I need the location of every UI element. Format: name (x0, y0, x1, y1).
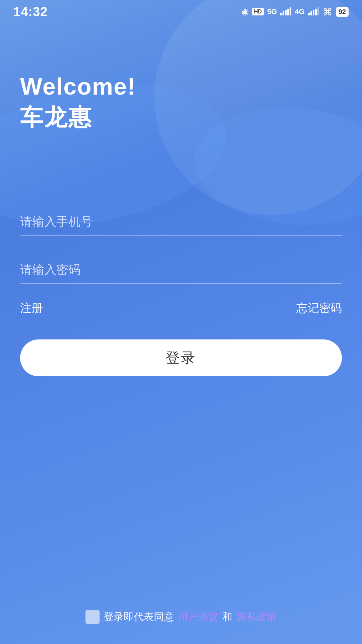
agreement-area: 登录即代表同意 用户协议 和 隐私政策 (0, 610, 362, 624)
agreement-prefix: 登录即代表同意 (104, 610, 174, 624)
hd-badge: HD (252, 8, 264, 15)
wifi-icon: ⌘ (322, 6, 333, 18)
phone-group (20, 208, 342, 236)
4g-label: 4G (295, 7, 304, 16)
phone-input[interactable] (20, 208, 342, 236)
password-group (20, 256, 342, 284)
eye-icon: ◉ (242, 7, 249, 16)
register-link[interactable]: 注册 (20, 301, 43, 316)
status-time: 14:32 (13, 5, 48, 19)
user-agreement-link[interactable]: 用户协议 (178, 610, 218, 624)
welcome-section: Welcome! 车龙惠 (20, 74, 136, 133)
agreement-and: 和 (222, 610, 232, 624)
password-input[interactable] (20, 256, 342, 284)
welcome-greeting: Welcome! (20, 74, 136, 100)
signal-bars-2 (308, 8, 319, 15)
forgot-password-link[interactable]: 忘记密码 (296, 301, 342, 316)
status-icons: ◉ HD 5G 4G ⌘ (242, 6, 349, 18)
options-row: 注册 忘记密码 (20, 301, 342, 316)
battery-indicator: 92 (336, 7, 349, 17)
agreement-checkbox[interactable] (85, 610, 100, 624)
login-button[interactable]: 登录 (20, 339, 342, 376)
signal-bars-1 (280, 8, 291, 15)
app-name: 车龙惠 (20, 102, 136, 133)
login-screen: 14:32 ◉ HD 5G 4G (0, 0, 362, 644)
form-section: 注册 忘记密码 登录 (20, 208, 342, 376)
5g-label: 5G (267, 7, 277, 16)
privacy-policy-link[interactable]: 隐私政策 (236, 610, 277, 624)
status-bar: 14:32 ◉ HD 5G 4G (0, 0, 362, 23)
